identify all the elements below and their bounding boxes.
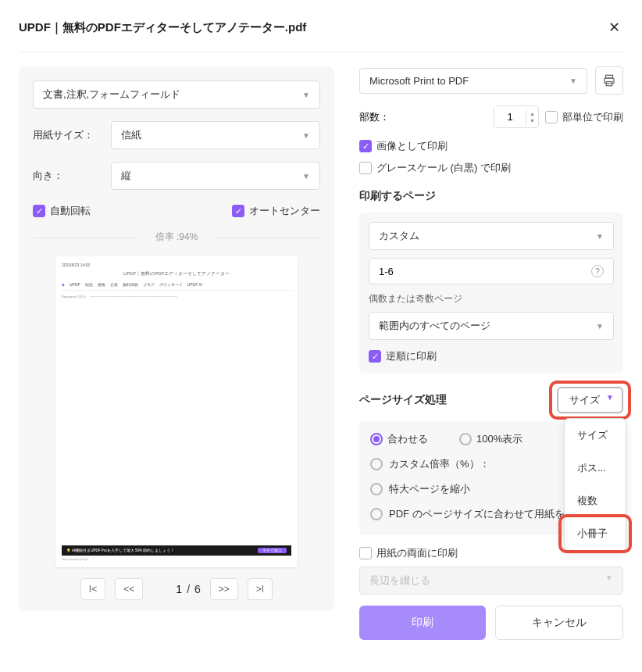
size-option-size[interactable]: サイズ <box>565 419 626 452</box>
next-page-button[interactable]: >> <box>210 578 238 600</box>
collate-checkbox[interactable] <box>545 111 558 123</box>
page-range-input[interactable] <box>379 266 591 277</box>
hundred-label: 100%表示 <box>476 432 523 446</box>
copies-up[interactable]: ▲ <box>526 110 538 117</box>
chevron-down-icon: ▼ <box>606 393 614 402</box>
print-as-image-label: 画像として印刷 <box>376 139 448 153</box>
reverse-checkbox[interactable]: ✓ <box>369 350 381 363</box>
chevron-down-icon: ▼ <box>302 131 310 140</box>
copies-label: 部数： <box>359 110 390 124</box>
printer-icon <box>602 73 616 88</box>
grayscale-checkbox[interactable] <box>359 162 372 174</box>
print-mode-select[interactable]: 文書,注釈,フォームフィールド ▼ <box>33 80 320 109</box>
fit-label: 合わせる <box>387 432 428 446</box>
window-title: UPDF｜無料のPDFエディターそしてアノテーター.pdf <box>19 20 306 35</box>
copies-input[interactable] <box>494 106 526 127</box>
paper-size-value: 信紙 <box>121 128 141 142</box>
size-handling-title: ページサイズ処理 <box>359 393 447 407</box>
binding-value: 長辺を綴じる <box>369 574 430 588</box>
pages-title: 印刷するページ <box>359 189 623 203</box>
orientation-label: 向き： <box>33 169 111 183</box>
printer-value: Microsoft Print to PDF <box>369 75 469 87</box>
auto-rotate-label: 自動回転 <box>50 204 91 218</box>
size-option-booklet[interactable]: 小冊子 <box>565 517 626 550</box>
page-sep: / <box>187 583 190 595</box>
printer-select[interactable]: Microsoft Print to PDF ▼ <box>359 68 587 94</box>
printer-settings-button[interactable] <box>595 66 623 95</box>
choose-by-pdf-label: PDF のページサイズに合わせて用紙を <box>389 507 565 521</box>
auto-center-checkbox[interactable]: ✓ <box>232 205 244 217</box>
first-page-button[interactable]: I< <box>80 578 105 600</box>
auto-rotate-checkbox[interactable]: ✓ <box>33 205 45 217</box>
chevron-down-icon: ▼ <box>569 77 577 85</box>
reverse-label: 逆順に印刷 <box>386 349 437 363</box>
binding-select: 長辺を綴じる ▼ <box>359 567 623 595</box>
page-mode-select[interactable]: カスタム ▼ <box>369 222 614 250</box>
chevron-down-icon: ▼ <box>605 574 613 588</box>
size-option-poster[interactable]: ポス... <box>565 452 626 484</box>
collate-label: 部単位で印刷 <box>562 110 623 124</box>
chevron-down-icon: ▼ <box>302 172 310 181</box>
paper-size-label: 用紙サイズ： <box>33 128 111 142</box>
duplex-checkbox[interactable] <box>359 547 372 559</box>
chevron-down-icon: ▼ <box>596 232 604 241</box>
shrink-large-radio[interactable] <box>370 483 383 495</box>
hundred-radio[interactable] <box>459 433 472 445</box>
scale-label: 倍率 :94% <box>33 231 320 244</box>
odd-even-select[interactable]: 範囲内のすべてのページ ▼ <box>369 312 614 340</box>
custom-scale-radio[interactable] <box>370 458 383 470</box>
chevron-down-icon: ▼ <box>596 322 604 331</box>
page-mode-value: カスタム <box>379 229 419 243</box>
size-mode-value: サイズ <box>569 394 600 406</box>
print-button[interactable]: 印刷 <box>359 606 486 640</box>
odd-even-label: 偶数または奇数ページ <box>369 292 614 306</box>
copies-down[interactable]: ▼ <box>526 117 538 124</box>
auto-center-label: オートセンター <box>249 204 320 218</box>
page-preview: 2023/8/23 14:53 UPDF｜無料のPDFエディターそしてアノテータ… <box>55 256 298 567</box>
odd-even-value: 範囲内のすべてのページ <box>379 319 490 333</box>
duplex-label: 用紙の両面に印刷 <box>376 546 458 560</box>
shrink-large-label: 特大ページを縮小 <box>389 482 470 496</box>
close-icon[interactable]: ✕ <box>605 16 623 39</box>
copies-spinner[interactable]: ▲▼ <box>494 105 539 128</box>
last-page-button[interactable]: >I <box>248 578 273 600</box>
page-number-input[interactable] <box>152 583 182 595</box>
page-total: 6 <box>194 583 201 595</box>
size-option-multiple[interactable]: 複数 <box>565 484 626 517</box>
prev-page-button[interactable]: << <box>115 578 143 600</box>
size-mode-select[interactable]: サイズ ▼ <box>557 387 623 413</box>
preview-panel: 文書,注釈,フォームフィールド ▼ 用紙サイズ： 信紙 ▼ 向き： 縦 ▼ <box>19 66 334 611</box>
orientation-select[interactable]: 縦 ▼ <box>111 162 320 190</box>
help-icon[interactable]: ? <box>591 265 604 277</box>
chevron-down-icon: ▼ <box>302 91 310 99</box>
print-mode-value: 文書,注釈,フォームフィールド <box>43 88 180 102</box>
grayscale-label: グレースケール (白黒) で印刷 <box>376 161 511 175</box>
print-as-image-checkbox[interactable]: ✓ <box>359 140 372 152</box>
choose-by-pdf-radio[interactable] <box>370 508 383 520</box>
size-mode-menu: サイズ ポス... 複数 小冊子 <box>564 418 626 551</box>
fit-radio[interactable] <box>370 433 383 445</box>
paper-size-select[interactable]: 信紙 ▼ <box>111 121 320 149</box>
orientation-value: 縦 <box>121 169 131 183</box>
cancel-button[interactable]: キャンセル <box>495 606 623 640</box>
custom-scale-label: カスタム倍率（%）： <box>389 457 490 471</box>
